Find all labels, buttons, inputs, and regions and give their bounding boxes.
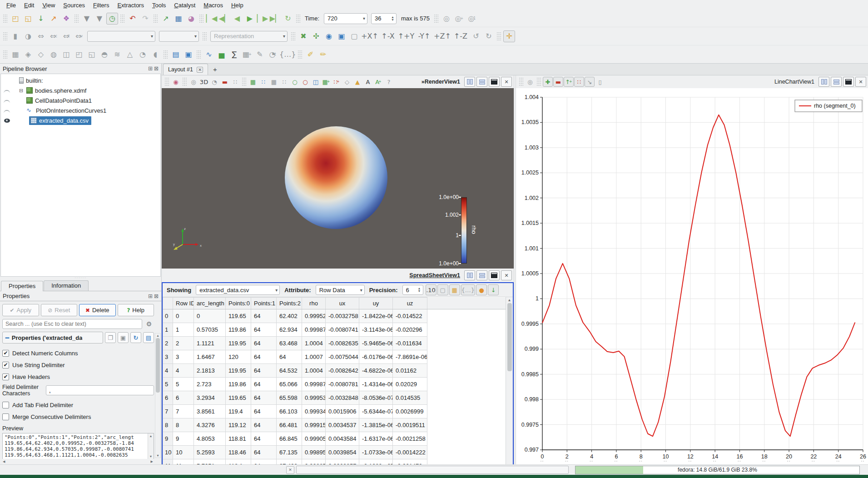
select-polygon-points-icon[interactable]: ○: [300, 77, 310, 87]
tab-layout1[interactable]: Layout #1 ✕: [163, 64, 208, 75]
table-scrollbar[interactable]: ▲▼: [506, 297, 513, 473]
calculator-icon[interactable]: ▦: [10, 49, 21, 60]
interactive-select-cells-icon[interactable]: ▦+: [321, 77, 331, 87]
pipeline-item-celldatatopointdata1[interactable]: CellDatatoPointData1: [1, 95, 160, 105]
gear-icon[interactable]: ⚙: [144, 319, 154, 329]
menu-sources[interactable]: Sources: [60, 1, 89, 9]
undo-icon[interactable]: ↶: [127, 13, 139, 25]
maximize-view-icon[interactable]: [489, 270, 500, 280]
menu-catalyst[interactable]: Catalyst: [170, 1, 199, 9]
color-legend[interactable]: rho 1.0e+001.00211.0e+00: [434, 194, 514, 269]
column-header[interactable]: uz: [393, 298, 427, 309]
select-frustum-cells-icon[interactable]: ▦: [269, 77, 279, 87]
select-surface-cells-icon[interactable]: ▦: [248, 77, 258, 87]
warp-icon[interactable]: △: [124, 49, 136, 60]
save-defaults-icon[interactable]: ▤: [143, 332, 154, 343]
table-cell[interactable]: -0.0080781: [326, 378, 359, 391]
export-spreadsheet-icon[interactable]: ↓: [488, 284, 499, 295]
group-header-box[interactable]: ━ Properties ('extracted_da: [2, 332, 103, 344]
contour-icon[interactable]: ◓: [99, 49, 110, 60]
column-header[interactable]: Points:0: [226, 298, 251, 309]
pipeline-item-bodies-sphere-xdmf[interactable]: ⊟bodies.sphere.xdmf: [1, 85, 160, 95]
set-view-plus-x-icon[interactable]: +X↑: [361, 30, 378, 42]
split-horizontal-icon[interactable]: [464, 270, 475, 280]
column-header[interactable]: Points:1: [251, 298, 277, 309]
checkbox-icon[interactable]: [2, 413, 9, 420]
column-header[interactable]: rho: [302, 298, 326, 309]
record-animation-icon[interactable]: ◎1: [466, 13, 478, 25]
camera-redo-icon[interactable]: ▦: [173, 13, 184, 25]
export-chart-icon[interactable]: ◎: [525, 77, 535, 87]
split-vertical-icon[interactable]: [476, 270, 487, 280]
split-vertical-icon[interactable]: [831, 77, 842, 87]
column-header[interactable]: arc_length: [194, 298, 226, 309]
vcr-loop-icon[interactable]: ↻: [282, 13, 294, 25]
table-cell[interactable]: 6: [173, 391, 194, 405]
checkbox-use-string-delimiter[interactable]: ✔Use String Delimiter: [2, 359, 154, 371]
table-cell[interactable]: 65.598: [277, 391, 302, 405]
table-cell[interactable]: 119.12: [226, 418, 251, 432]
pipeline-item-builtin-[interactable]: builtin:: [1, 75, 160, 85]
integrate-variables-icon[interactable]: ∑: [228, 49, 240, 60]
table-cell[interactable]: 0.0043584: [326, 432, 359, 446]
table-cell[interactable]: -0.0082642: [326, 364, 359, 378]
table-cell[interactable]: 0: [173, 309, 194, 323]
set-view-minus-z-icon[interactable]: ↑-Z: [452, 30, 469, 42]
column-visibility-icon[interactable]: ▦: [449, 284, 460, 295]
reset-camera-icon[interactable]: ✖: [298, 30, 309, 42]
table-cell[interactable]: 62.934: [277, 323, 302, 337]
toggle-3d-icon[interactable]: 3D: [199, 77, 209, 87]
temporal-shift-icon[interactable]: ◔: [137, 49, 149, 60]
checkbox-icon[interactable]: ✔: [2, 350, 9, 357]
table-cell[interactable]: 1.0004: [302, 364, 326, 378]
box-select-chart-icon[interactable]: ↘: [585, 77, 595, 87]
histogram-icon[interactable]: ▅: [216, 49, 228, 60]
table-cell[interactable]: 63.468: [277, 337, 302, 350]
table-cell[interactable]: 118.81: [226, 432, 251, 446]
extract-subset-icon[interactable]: ◰: [73, 49, 85, 60]
table-cell[interactable]: 5.2593: [194, 446, 226, 459]
redo-icon[interactable]: ↷: [139, 13, 151, 25]
table-cell[interactable]: 64: [277, 350, 302, 364]
table-cell[interactable]: 0.99895: [302, 446, 326, 459]
table-row[interactable]: 884.3276119.126466.4810.999150.0034537-1…: [163, 418, 506, 432]
table-cell[interactable]: 0.99987: [302, 378, 326, 391]
color-palette-icon[interactable]: ◕: [185, 13, 197, 25]
checkbox-icon[interactable]: ✔: [2, 362, 9, 368]
checkbox-icon[interactable]: [2, 402, 9, 408]
pipeline-item-extracted-data-csv[interactable]: extracted_data.csv: [1, 115, 160, 125]
source-crate-icon[interactable]: ▼: [81, 13, 93, 25]
tab-information[interactable]: Information: [44, 280, 89, 291]
preview-scrollbar[interactable]: ▲▼: [148, 433, 154, 459]
selection-grow-icon[interactable]: A+: [373, 77, 383, 87]
table-cell[interactable]: 66.845: [277, 432, 302, 446]
search-input[interactable]: [2, 319, 142, 329]
table-cell[interactable]: 10: [173, 446, 194, 459]
table-cell[interactable]: 119.86: [226, 323, 251, 337]
table-row[interactable]: 773.8561119.46466.1030.999340.0015906-5.…: [163, 405, 506, 418]
cell-connectivity-icon[interactable]: ●: [476, 284, 487, 295]
table-cell[interactable]: 119.86: [226, 378, 251, 391]
column-header[interactable]: Row ID: [173, 298, 194, 309]
spreadsheet-select-icon[interactable]: ▤: [170, 49, 182, 60]
table-cell[interactable]: 64: [251, 309, 277, 323]
programmable-filter-icon[interactable]: {…}: [279, 49, 296, 60]
table-cell[interactable]: -0.0080741: [326, 323, 359, 337]
visibility-off-icon[interactable]: [1, 98, 13, 103]
table-cell[interactable]: 1.1121: [194, 337, 226, 350]
camera-undo-icon[interactable]: ↗: [160, 13, 172, 25]
rotate-cw-90-icon[interactable]: ↻: [483, 30, 495, 42]
table-cell[interactable]: 1.6467: [194, 350, 226, 364]
line-chart-view[interactable]: 024681012141618202224261.0041.00351.0031…: [516, 88, 868, 474]
table-cell[interactable]: 0.0039854: [326, 446, 359, 459]
vcr-first-icon[interactable]: ▏◀: [206, 13, 218, 25]
delete-button[interactable]: ✖Delete: [79, 304, 116, 316]
showing-combo[interactable]: extracted_data.csv▾: [196, 285, 280, 295]
table-cell[interactable]: 0.014535: [393, 391, 427, 405]
visibility-off-icon[interactable]: [1, 108, 13, 113]
split-horizontal-icon[interactable]: [818, 77, 829, 87]
set-view-minus-x-icon[interactable]: ↑-X: [379, 30, 397, 42]
properties-hscrollbar[interactable]: ◀▶: [2, 459, 154, 464]
vcr-next-icon[interactable]: ▏▶: [257, 13, 268, 25]
threshold-icon[interactable]: ◫: [60, 49, 72, 60]
